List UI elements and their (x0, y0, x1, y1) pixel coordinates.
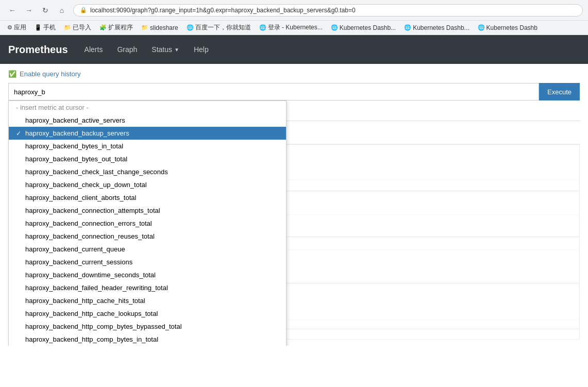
autocomplete-item[interactable]: haproxy_backend_current_sessions (9, 256, 286, 268)
autocomplete-item-label: haproxy_backend_http_cache_hits_total (25, 297, 145, 305)
bookmark-label: Kubernetes Dashb (486, 24, 537, 31)
bookmark-icon: 📁 (141, 24, 148, 31)
bookmark-item[interactable]: 🌐Kubernetes Dashb... (402, 23, 471, 32)
forward-button[interactable]: → (22, 3, 36, 18)
bookmark-icon: 🌐 (259, 24, 266, 31)
lock-icon: 🔒 (80, 7, 87, 13)
autocomplete-item[interactable]: haproxy_backend_current_queue (9, 243, 286, 256)
nav-link-graph[interactable]: Graph (111, 41, 143, 58)
bookmark-icon: 📱 (35, 24, 42, 31)
bookmark-label: slideshare (150, 24, 178, 31)
autocomplete-item[interactable]: haproxy_backend_http_cache_lookups_total (9, 307, 286, 320)
autocomplete-item-label: haproxy_backend_http_comp_bytes_bypassed… (25, 323, 182, 330)
bookmark-item[interactable]: 🌐Kubernetes Dashb (476, 23, 540, 32)
autocomplete-item[interactable]: haproxy_backend_http_comp_bytes_bypassed… (9, 320, 286, 333)
bookmark-label: 扩展程序 (108, 23, 133, 32)
query-history-checkbox: ✅ (8, 70, 16, 78)
bookmark-icon: 📁 (64, 24, 71, 31)
bookmark-label: Kubernetes Dashb... (340, 24, 396, 31)
main-content: ✅ Enable query history Execute - insert … (0, 64, 588, 346)
bookmark-label: 已导入 (73, 23, 91, 32)
bookmark-item[interactable]: ⚙应用 (5, 22, 28, 33)
autocomplete-item[interactable]: haproxy_backend_failed_header_rewriting_… (9, 281, 286, 294)
autocomplete-item-label: haproxy_backend_connection_reuses_total (25, 232, 155, 240)
home-button[interactable]: ⌂ (55, 3, 69, 18)
query-history-row[interactable]: ✅ Enable query history (8, 70, 580, 78)
autocomplete-item[interactable]: haproxy_backend_connection_reuses_total (9, 230, 286, 243)
autocomplete-item-label: haproxy_backend_bytes_out_total (25, 155, 127, 163)
autocomplete-dropdown: - insert metric at cursor -haproxy_backe… (8, 100, 287, 346)
autocomplete-item-label: haproxy_backend_connection_errors_total (25, 220, 152, 227)
bookmark-icon: 🌐 (331, 24, 338, 31)
bookmark-item[interactable]: 📁slideshare (139, 23, 180, 32)
autocomplete-item-label: haproxy_backend_http_comp_bytes_in_total (25, 335, 158, 343)
bookmark-icon: 🧩 (99, 24, 107, 31)
query-history-label: Enable query history (20, 70, 81, 78)
nav-buttons: ← → ↻ ⌂ (5, 3, 69, 18)
autocomplete-item[interactable]: haproxy_backend_http_cache_hits_total (9, 294, 286, 307)
autocomplete-item-label: haproxy_backend_downtime_seconds_total (25, 271, 156, 279)
nav-link-status[interactable]: Status▼ (145, 41, 186, 58)
url-text: localhost:9090/graph?g0.range_input=1h&g… (90, 7, 356, 14)
browser-toolbar: ← → ↻ ⌂ 🔒 localhost:9090/graph?g0.range_… (0, 0, 588, 21)
bookmark-label: 手机 (43, 23, 56, 32)
autocomplete-item[interactable]: haproxy_backend_check_up_down_total (9, 178, 286, 191)
bookmark-item[interactable]: 🧩扩展程序 (97, 22, 135, 33)
autocomplete-item-label: haproxy_backend_check_last_change_second… (25, 168, 168, 176)
bookmark-label: 应用 (14, 23, 26, 32)
bookmark-item[interactable]: 📁已导入 (62, 22, 93, 33)
autocomplete-item[interactable]: haproxy_backend_active_servers (9, 114, 286, 127)
nav-link-alerts[interactable]: Alerts (78, 41, 109, 58)
autocomplete-item[interactable]: haproxy_backend_check_last_change_second… (9, 165, 286, 178)
bookmark-label: 百度一下，你就知道 (195, 23, 251, 32)
autocomplete-item[interactable]: haproxy_backend_connection_attempts_tota… (9, 204, 286, 217)
autocomplete-item-label: haproxy_backend_http_cache_lookups_total (25, 310, 158, 317)
bookmark-icon: 🌐 (187, 24, 194, 31)
query-input[interactable] (8, 83, 539, 100)
autocomplete-item-label: haproxy_backend_backup_servers (25, 129, 129, 137)
reload-button[interactable]: ↻ (38, 3, 53, 18)
bookmark-icon: ⚙ (7, 24, 12, 31)
autocomplete-item[interactable]: haproxy_backend_client_aborts_total (9, 191, 286, 204)
check-mark-icon: ✓ (16, 130, 22, 137)
app-brand: Prometheus (8, 44, 68, 56)
app-nav: Prometheus AlertsGraphStatus▼Help (0, 35, 588, 64)
autocomplete-item[interactable]: haproxy_backend_downtime_seconds_total (9, 268, 286, 281)
execute-button[interactable]: Execute (539, 83, 580, 100)
bookmark-item[interactable]: 📱手机 (32, 22, 58, 33)
autocomplete-item-label: haproxy_backend_check_up_down_total (25, 181, 147, 189)
autocomplete-item[interactable]: haproxy_backend_bytes_in_total (9, 140, 286, 153)
search-row: Execute - insert metric at cursor -hapro… (8, 83, 580, 100)
nav-link-help[interactable]: Help (188, 41, 215, 58)
bookmark-item[interactable]: 🌐百度一下，你就知道 (184, 22, 253, 33)
autocomplete-item[interactable]: ✓haproxy_backend_backup_servers (9, 127, 286, 140)
bookmark-label: 登录 - Kubernetes... (268, 23, 323, 32)
autocomplete-item[interactable]: haproxy_backend_connection_errors_total (9, 217, 286, 230)
autocomplete-item[interactable]: haproxy_backend_http_comp_bytes_in_total (9, 333, 286, 346)
autocomplete-item-label: haproxy_backend_current_sessions (25, 258, 132, 266)
autocomplete-item-label: haproxy_backend_failed_header_rewriting_… (25, 284, 168, 292)
autocomplete-item-label: haproxy_backend_current_queue (25, 245, 125, 253)
autocomplete-item-label: haproxy_backend_client_aborts_total (25, 194, 136, 201)
autocomplete-item-label: haproxy_backend_connection_attempts_tota… (25, 207, 160, 214)
bookmarks-bar: ⚙应用📱手机📁已导入🧩扩展程序📁slideshare🌐百度一下，你就知道🌐登录 … (0, 21, 588, 35)
autocomplete-item-label: haproxy_backend_bytes_in_total (25, 142, 123, 150)
autocomplete-item-label: haproxy_backend_active_servers (25, 116, 125, 124)
autocomplete-item[interactable]: haproxy_backend_bytes_out_total (9, 153, 286, 165)
bookmark-item[interactable]: 🌐Kubernetes Dashb... (329, 23, 398, 32)
address-bar[interactable]: 🔒 localhost:9090/graph?g0.range_input=1h… (73, 4, 583, 16)
nav-links: AlertsGraphStatus▼Help (78, 41, 215, 58)
bookmark-icon: 🌐 (478, 24, 485, 31)
bookmark-item[interactable]: 🌐登录 - Kubernetes... (257, 22, 325, 33)
autocomplete-placeholder[interactable]: - insert metric at cursor - (9, 101, 286, 114)
dropdown-arrow-icon: ▼ (174, 47, 179, 53)
bookmark-label: Kubernetes Dashb... (413, 24, 469, 31)
back-button[interactable]: ← (5, 3, 20, 18)
bookmark-icon: 🌐 (404, 24, 411, 31)
